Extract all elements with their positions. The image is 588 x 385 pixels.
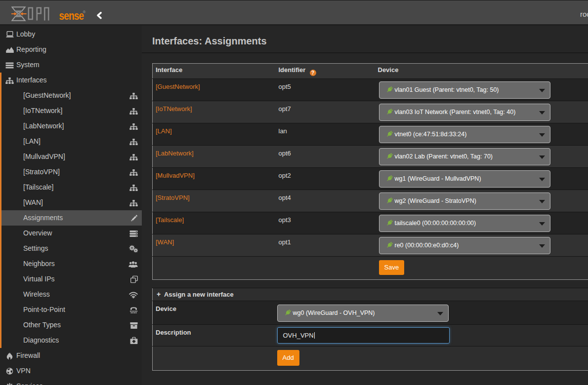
svg-text:sense: sense <box>59 9 84 22</box>
svg-text:®: ® <box>83 10 86 14</box>
